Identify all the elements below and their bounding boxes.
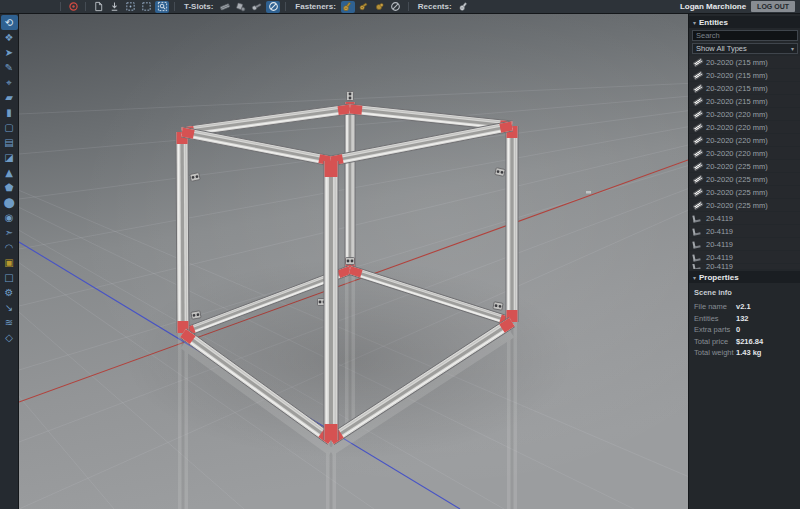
divider bbox=[285, 2, 286, 11]
entity-row[interactable]: 20-2020 (225 mm) bbox=[689, 199, 800, 211]
select-region-button[interactable] bbox=[123, 1, 137, 13]
angle-panel-tool[interactable]: ◪ bbox=[1, 150, 18, 165]
entity-part-icon bbox=[693, 138, 706, 143]
entity-part-icon bbox=[693, 60, 706, 65]
entity-part-icon bbox=[693, 215, 706, 222]
type-filter-select[interactable]: Show All Types ▾ bbox=[692, 43, 798, 54]
tslot-key-icon bbox=[251, 1, 263, 12]
viewport-3d[interactable] bbox=[19, 14, 688, 509]
beam-tool[interactable]: ▰ bbox=[1, 90, 18, 105]
logout-button[interactable]: LOG OUT bbox=[751, 1, 795, 12]
screw-gold-3-icon bbox=[374, 1, 386, 12]
entity-row[interactable]: 20-2020 (220 mm) bbox=[689, 147, 800, 159]
gear-tool[interactable]: ⚙ bbox=[1, 285, 18, 300]
property-row: File name v2.1 bbox=[694, 301, 795, 313]
plate-tool[interactable]: ▢ bbox=[1, 120, 18, 135]
entity-row[interactable]: 20-4119 bbox=[689, 212, 800, 224]
property-row: Extra parts 0 bbox=[694, 324, 795, 336]
entity-list: 20-2020 (215 mm) 20-2020 (215 mm) 20-202… bbox=[689, 56, 800, 269]
properties-title: Properties bbox=[699, 273, 739, 282]
entity-part-icon bbox=[693, 190, 706, 195]
select-entity-tool[interactable]: ➤ bbox=[1, 45, 18, 60]
download-icon bbox=[109, 1, 120, 12]
screw-gold-2-icon bbox=[358, 1, 370, 12]
right-panel: ▾ Entities Show All Types ▾ 20-2020 (215… bbox=[688, 14, 800, 509]
entity-row[interactable]: 20-4119 bbox=[689, 225, 800, 237]
entity-row[interactable]: 20-2020 (220 mm) bbox=[689, 134, 800, 146]
move-tool[interactable]: ❖ bbox=[1, 30, 18, 45]
recent-fastener-button[interactable] bbox=[457, 1, 471, 13]
entity-part-icon bbox=[693, 203, 706, 208]
fastener-option-2-button[interactable] bbox=[357, 1, 371, 13]
hardware-tool[interactable]: ≋ bbox=[1, 315, 18, 330]
tslot-option-3-button[interactable] bbox=[250, 1, 264, 13]
recents-label: Recents: bbox=[418, 2, 452, 11]
entity-row[interactable]: 20-4119 bbox=[689, 264, 800, 269]
user-name: Logan Marchione bbox=[680, 2, 746, 11]
record-button[interactable] bbox=[66, 1, 80, 13]
entity-row[interactable]: 20-4119 bbox=[689, 238, 800, 250]
fastener-option-3-button[interactable] bbox=[373, 1, 387, 13]
divider bbox=[85, 2, 86, 11]
probe-tool[interactable]: ⌖ bbox=[1, 75, 18, 90]
new-file-button[interactable] bbox=[91, 1, 105, 13]
entity-row[interactable]: 20-2020 (215 mm) bbox=[689, 95, 800, 107]
entity-row[interactable]: 20-4119 bbox=[689, 251, 800, 263]
type-filter-value: Show All Types bbox=[696, 44, 747, 53]
entity-part-icon bbox=[693, 241, 706, 248]
panel-tool[interactable]: ▤ bbox=[1, 135, 18, 150]
frame-tool[interactable]: □ bbox=[1, 270, 18, 285]
arc-tool[interactable]: ◠ bbox=[1, 240, 18, 255]
entity-part-icon bbox=[693, 73, 706, 78]
fastener-none-button[interactable] bbox=[389, 1, 403, 13]
top-toolbar: T-Slots: Fasteners: bbox=[0, 0, 800, 14]
screw-gold-icon bbox=[342, 1, 354, 12]
divider bbox=[408, 2, 409, 11]
post-tool[interactable]: ▮ bbox=[1, 105, 18, 120]
divider bbox=[60, 2, 61, 11]
entity-part-icon bbox=[693, 177, 706, 182]
entity-part-icon bbox=[693, 264, 706, 269]
marquee-dot-icon bbox=[125, 1, 136, 12]
ring-tool[interactable]: ◉ bbox=[1, 210, 18, 225]
orbit-tool[interactable]: ⟲ bbox=[1, 15, 18, 30]
file-icon bbox=[93, 1, 104, 12]
entities-header[interactable]: ▾ Entities bbox=[689, 16, 800, 28]
tslot-none-button[interactable] bbox=[266, 1, 280, 13]
entity-row[interactable]: 20-2020 (215 mm) bbox=[689, 56, 800, 68]
record-icon bbox=[68, 1, 79, 12]
entity-part-icon bbox=[693, 254, 706, 261]
tslots-label: T-Slots: bbox=[184, 2, 213, 11]
bracket-tool[interactable]: ▣ bbox=[1, 255, 18, 270]
deselect-region-button[interactable] bbox=[139, 1, 153, 13]
entity-row[interactable]: 20-2020 (215 mm) bbox=[689, 82, 800, 94]
import-button[interactable] bbox=[107, 1, 121, 13]
properties-header[interactable]: ▾ Properties bbox=[689, 271, 800, 283]
scene-info-title: Scene info bbox=[694, 288, 795, 297]
dome-tool[interactable]: ⬟ bbox=[1, 180, 18, 195]
entity-row[interactable]: 20-2020 (225 mm) bbox=[689, 186, 800, 198]
sphere-tool[interactable]: ⬤ bbox=[1, 195, 18, 210]
tslot-extrusion-icon bbox=[219, 1, 231, 12]
zoom-region-button[interactable] bbox=[155, 1, 169, 13]
entity-row[interactable]: 20-2020 (225 mm) bbox=[689, 173, 800, 185]
entity-row[interactable]: 20-2020 (220 mm) bbox=[689, 121, 800, 133]
diamond-tool[interactable]: ◇ bbox=[1, 330, 18, 345]
scene-info: Scene info File name v2.1 Entities 132 E… bbox=[689, 283, 800, 362]
tslot-option-1-button[interactable] bbox=[218, 1, 232, 13]
chevron-down-icon: ▾ bbox=[791, 45, 794, 52]
prohibition-icon bbox=[390, 1, 401, 12]
zoom-region-icon bbox=[157, 1, 168, 12]
entity-row[interactable]: 20-2020 (220 mm) bbox=[689, 108, 800, 120]
entity-search-input[interactable] bbox=[692, 30, 798, 41]
screw-tool[interactable]: ↘ bbox=[1, 300, 18, 315]
entity-row[interactable]: 20-2020 (215 mm) bbox=[689, 69, 800, 81]
fastener-option-1-button[interactable] bbox=[341, 1, 355, 13]
entity-part-icon bbox=[693, 164, 706, 169]
tslot-option-2-button[interactable] bbox=[234, 1, 248, 13]
raise-tool[interactable]: ▲ bbox=[1, 165, 18, 180]
pick-tool[interactable]: ➣ bbox=[1, 225, 18, 240]
entity-row[interactable]: 20-2020 (225 mm) bbox=[689, 160, 800, 172]
draw-tool[interactable]: ✎ bbox=[1, 60, 18, 75]
user-area: Logan Marchione LOG OUT bbox=[680, 1, 800, 12]
